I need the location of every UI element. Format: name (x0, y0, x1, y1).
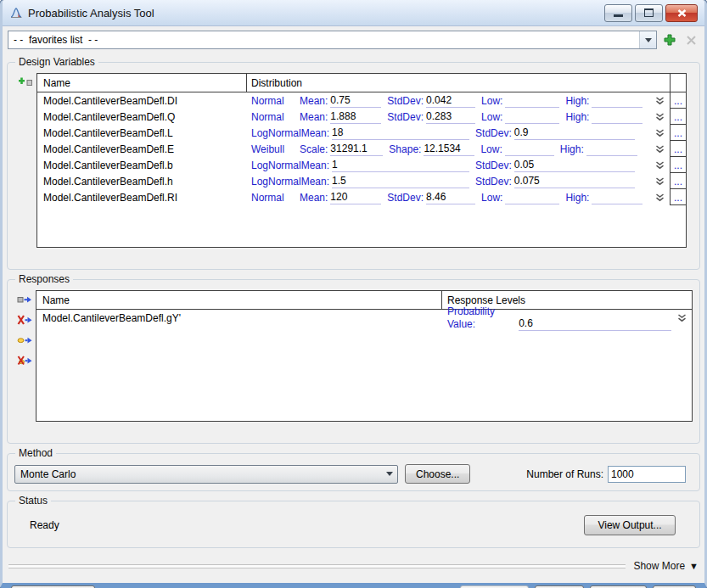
design-variables-group: Design Variables Name Distribution (7, 62, 700, 270)
double-chevron-down-icon[interactable] (655, 129, 665, 137)
param-field[interactable] (586, 143, 637, 156)
distribution-type[interactable]: Weibull (251, 143, 300, 155)
param-label: StdDev: (475, 160, 512, 172)
param-field[interactable]: 18 (332, 126, 469, 140)
param-field[interactable] (592, 110, 642, 124)
double-chevron-down-icon[interactable] (655, 177, 665, 186)
status-text: Ready (30, 519, 59, 531)
variable-name[interactable]: Model.CantileverBeamDefl.DI (37, 95, 247, 107)
param-field[interactable]: 0.6 (519, 317, 671, 331)
variable-name[interactable]: Model.CantileverBeamDefl.E (37, 143, 247, 155)
row-options-button[interactable]: ... (670, 141, 686, 157)
param-field[interactable]: 1.5 (332, 175, 469, 188)
responses-side-toolbar (14, 290, 36, 422)
variable-name[interactable]: Model.CantileverBeamDefl.RI (37, 192, 247, 204)
distribution-type[interactable]: LogNormal (251, 127, 301, 139)
method-combobox[interactable]: Monte Carlo (14, 465, 398, 484)
param-field[interactable] (505, 191, 559, 204)
double-chevron-down-icon[interactable] (655, 113, 665, 121)
param-label: Probability Value: (447, 305, 516, 331)
param-field[interactable]: 0.075 (514, 175, 635, 188)
variable-name[interactable]: Model.CantileverBeamDefl.L (37, 127, 247, 139)
favorites-combobox[interactable]: - - favorites list - - (8, 31, 657, 49)
param-field[interactable] (505, 110, 559, 124)
column-header-distribution[interactable]: Distribution (247, 74, 670, 92)
row-options-button[interactable]: ... (670, 189, 686, 205)
param-field[interactable]: 0.042 (426, 94, 475, 108)
triangle-down-icon: ▼ (689, 562, 699, 571)
double-chevron-down-icon[interactable] (655, 161, 665, 170)
distribution-type[interactable]: LogNormal (251, 160, 301, 171)
param-field[interactable]: 1 (332, 159, 469, 172)
distribution-cell: LogNormal Mean:1 StdDev:0.05 (247, 157, 670, 173)
param-label: Mean: (301, 176, 329, 188)
response-level-cell: Probability Value:0.6 (442, 310, 692, 326)
double-chevron-down-icon[interactable] (655, 193, 665, 202)
design-variables-table: Name Distribution Model.CantileverBeamDe… (36, 73, 687, 248)
minimize-button[interactable] (604, 4, 632, 22)
maximize-button[interactable] (635, 4, 663, 22)
column-header-name[interactable]: Name (37, 74, 247, 92)
method-value: Monte Carlo (15, 468, 76, 480)
param-field[interactable] (592, 191, 642, 204)
param-field[interactable]: 0.283 (426, 110, 475, 124)
param-field[interactable]: 0.05 (514, 159, 635, 172)
row-options-button[interactable]: ... (670, 157, 686, 173)
param-label: Mean: (301, 127, 329, 140)
add-response-button[interactable] (17, 293, 32, 306)
close-button[interactable] (665, 4, 698, 22)
add-response-level-button[interactable] (17, 333, 32, 347)
add-favorite-button[interactable] (661, 31, 678, 48)
param-field[interactable]: 0.75 (330, 94, 381, 108)
remove-response-level-button[interactable] (17, 354, 32, 367)
param-field[interactable]: 8.46 (426, 191, 475, 204)
param-field[interactable]: 31291.1 (330, 143, 383, 156)
double-chevron-down-icon[interactable] (677, 314, 687, 322)
row-options-button[interactable]: ... (670, 173, 686, 189)
column-header-name[interactable]: Name (36, 291, 442, 309)
combobox-dropdown-button[interactable] (639, 31, 656, 48)
distribution-cell: Normal Mean:120 StdDev:8.46 Low: High: (247, 189, 670, 205)
table-row: Model.CantileverBeamDefl.gY' Probability… (36, 310, 692, 326)
combobox-dropdown-button[interactable] (381, 466, 397, 483)
param-field[interactable]: 1.888 (330, 110, 381, 124)
show-more-button[interactable]: Show More ▼ (633, 560, 699, 572)
window-title: Probabilistic Analysis Tool (28, 7, 154, 20)
view-output-button[interactable]: View Output... (584, 515, 676, 535)
table-empty-area (37, 205, 686, 247)
favorites-toolbar: - - favorites list - - (3, 26, 704, 53)
choose-button[interactable]: Choose... (405, 464, 470, 484)
row-options-button[interactable]: ... (670, 92, 686, 109)
variable-name[interactable]: Model.CantileverBeamDefl.Q (37, 111, 247, 123)
row-options-button[interactable]: ... (670, 125, 686, 141)
param-field[interactable] (505, 94, 559, 108)
remove-response-button[interactable] (17, 313, 32, 327)
distribution-type[interactable]: Normal (251, 95, 300, 107)
param-field[interactable]: 12.1534 (424, 143, 474, 156)
param-field[interactable] (592, 94, 642, 108)
row-options-button[interactable]: ... (670, 109, 686, 125)
variable-name[interactable]: Model.CantileverBeamDefl.b (37, 160, 247, 171)
param-field[interactable] (505, 143, 554, 156)
distribution-type[interactable]: Normal (251, 111, 300, 123)
add-variable-icon (18, 76, 33, 88)
variable-name[interactable]: Model.CantileverBeamDefl.h (37, 176, 247, 188)
param-field[interactable]: 120 (330, 191, 381, 204)
add-variable-button[interactable] (18, 76, 33, 89)
param-field[interactable]: 0.9 (514, 126, 635, 140)
number-of-runs-input[interactable]: 1000 (608, 466, 686, 483)
titlebar: Probabilistic Analysis Tool (3, 0, 704, 26)
column-header-options (670, 74, 686, 92)
param-label: StdDev: (475, 176, 512, 188)
table-empty-area (36, 326, 692, 421)
distribution-type[interactable]: LogNormal (251, 176, 301, 188)
remove-favorite-button[interactable] (682, 31, 699, 48)
close-icon (686, 35, 697, 46)
plus-icon (663, 33, 676, 47)
double-chevron-down-icon[interactable] (655, 97, 665, 105)
double-chevron-down-icon[interactable] (655, 145, 665, 154)
group-title: Design Variables (15, 56, 98, 68)
group-title: Status (15, 495, 51, 507)
distribution-type[interactable]: Normal (251, 192, 300, 204)
response-name[interactable]: Model.CantileverBeamDefl.gY' (36, 312, 442, 324)
